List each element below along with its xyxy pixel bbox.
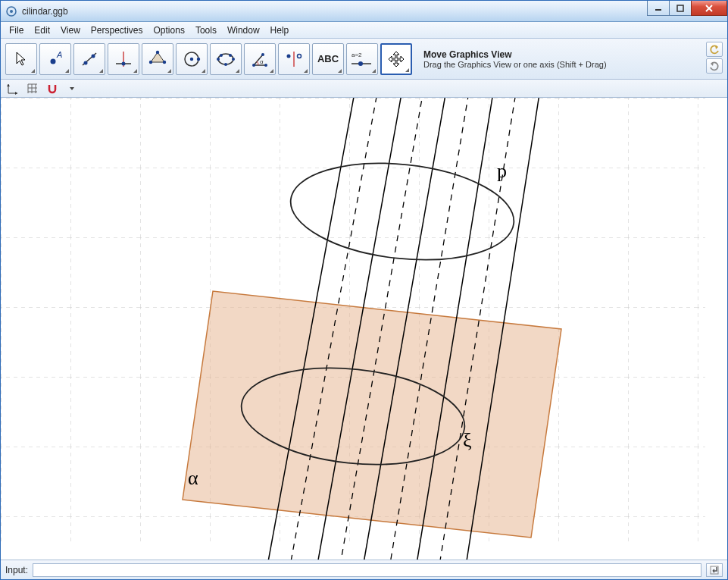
label-p: p <box>497 160 507 182</box>
cursor-icon <box>11 49 32 70</box>
svg-text:a=2: a=2 <box>352 52 362 58</box>
svg-point-19 <box>190 57 193 60</box>
angle-icon: α <box>249 49 270 70</box>
svg-point-22 <box>220 54 223 57</box>
svg-point-16 <box>163 60 166 63</box>
label-xi: ξ <box>463 429 472 451</box>
tool-text[interactable]: ABC <box>312 43 344 75</box>
tool-point[interactable]: A <box>39 43 71 75</box>
tool-polygon[interactable] <box>142 43 173 75</box>
chevron-down-icon <box>69 86 75 92</box>
menu-edit[interactable]: Edit <box>29 24 55 37</box>
undo-icon <box>709 44 720 55</box>
tool-move[interactable] <box>5 43 37 75</box>
menu-window[interactable]: Window <box>222 24 265 37</box>
menu-view[interactable]: View <box>55 24 86 37</box>
undo-button[interactable] <box>706 42 723 57</box>
svg-text:α: α <box>260 58 264 65</box>
svg-point-15 <box>156 50 159 53</box>
magnet-icon <box>46 83 58 95</box>
polygon-icon <box>147 49 168 70</box>
menu-file[interactable]: File <box>4 24 29 37</box>
graphics-view[interactable]: p ξ α <box>1 98 727 560</box>
input-label: Input: <box>5 565 28 575</box>
tool-circle[interactable] <box>176 43 208 75</box>
view-toolbar <box>1 80 727 98</box>
input-submit[interactable] <box>706 563 723 577</box>
svg-point-28 <box>264 64 267 67</box>
svg-point-33 <box>298 54 302 58</box>
menu-options[interactable]: Options <box>148 24 190 37</box>
title-bar: cilindar.ggb <box>1 1 727 22</box>
toolbar-right <box>706 42 723 74</box>
svg-point-29 <box>261 53 264 56</box>
move-view-icon <box>386 49 407 70</box>
perpendicular-icon <box>113 49 134 70</box>
svg-point-25 <box>224 63 227 66</box>
point-icon: A <box>45 49 66 70</box>
svg-point-10 <box>92 54 95 58</box>
snap-dropdown[interactable] <box>64 82 80 96</box>
svg-point-9 <box>84 61 88 64</box>
menu-help[interactable]: Help <box>265 24 295 37</box>
svg-point-17 <box>149 60 152 63</box>
svg-point-23 <box>229 54 232 57</box>
tool-line[interactable] <box>73 43 105 75</box>
tool-help: Move Graphics View Drag the Graphics Vie… <box>423 49 723 69</box>
menu-tools[interactable]: Tools <box>190 24 222 37</box>
input-field[interactable] <box>33 563 701 577</box>
tool-help-title: Move Graphics View <box>423 49 723 60</box>
svg-point-1 <box>10 10 13 13</box>
redo-button[interactable] <box>706 58 723 74</box>
axes-toggle[interactable] <box>5 82 20 96</box>
maximize-button[interactable] <box>669 1 692 16</box>
close-button[interactable] <box>691 1 727 16</box>
app-window: cilindar.ggb File Edit View Perspectives… <box>0 0 728 580</box>
minimize-button[interactable] <box>647 1 670 16</box>
svg-point-13 <box>122 61 126 65</box>
app-icon <box>5 5 17 17</box>
tool-help-desc: Drag the Graphics View or one axis (Shif… <box>423 60 723 69</box>
input-bar: Input: <box>1 560 727 579</box>
label-alpha: α <box>188 467 198 489</box>
line-icon <box>79 49 100 70</box>
conic-icon <box>215 49 236 70</box>
svg-point-26 <box>217 58 220 61</box>
tool-perpendicular[interactable] <box>108 43 139 75</box>
tool-conic[interactable] <box>210 43 242 75</box>
svg-rect-3 <box>677 5 683 11</box>
grid-icon <box>27 83 39 95</box>
window-buttons <box>648 1 727 16</box>
plane-alpha[interactable] <box>183 291 561 538</box>
svg-point-27 <box>252 64 255 67</box>
svg-text:A: A <box>56 50 62 59</box>
text-icon: ABC <box>317 53 339 64</box>
axes-icon <box>7 83 19 95</box>
menu-bar: File Edit View Perspectives Options Tool… <box>1 22 727 39</box>
main-toolbar: A <box>1 39 727 80</box>
window-title: cilindar.ggb <box>22 6 68 17</box>
enter-icon <box>710 566 719 575</box>
tool-reflect[interactable] <box>278 43 310 75</box>
svg-point-6 <box>51 58 56 64</box>
tool-move-view[interactable] <box>380 43 412 75</box>
svg-point-36 <box>358 61 363 66</box>
redo-icon <box>709 61 720 71</box>
svg-point-24 <box>232 58 235 61</box>
reflect-icon <box>283 49 305 70</box>
tool-slider[interactable]: a=2 <box>346 43 378 75</box>
circle-icon <box>181 49 202 70</box>
svg-point-32 <box>287 54 291 58</box>
menu-perspectives[interactable]: Perspectives <box>86 24 148 37</box>
grid-toggle[interactable] <box>25 82 40 96</box>
snap-toggle[interactable] <box>45 82 60 96</box>
svg-point-20 <box>197 57 200 60</box>
tool-angle[interactable]: α <box>244 43 276 75</box>
slider-icon: a=2 <box>347 49 377 70</box>
